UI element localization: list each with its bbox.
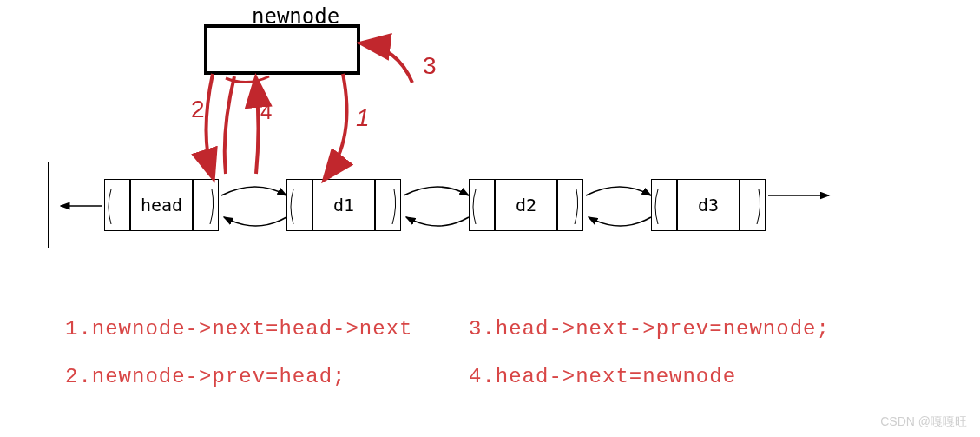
node-head: head [104,179,219,231]
d2-data-cell: d2 [495,179,557,231]
annotation-1: 1 [356,104,370,132]
node-d3: d3 [651,179,766,231]
step-3-text: 3.head->next->prev=newnode; [469,317,830,341]
d2-next-cell [557,179,583,231]
head-prev-cell [104,179,130,231]
d3-data-cell: d3 [677,179,740,231]
step-4-text: 4.head->next=newnode [469,365,736,388]
step-1-text: 1.newnode->next=head->next [65,317,412,341]
node-d1: d1 [286,179,401,231]
newnode-box [204,24,360,75]
d3-prev-cell [651,179,677,231]
annotation-2: 2 [191,96,205,123]
watermark: CSDN @嘎嘎旺 [880,414,967,430]
node-d2: d2 [469,179,583,231]
d3-next-cell [740,179,766,231]
step-2-text: 2.newnode->prev=head; [65,365,345,388]
d1-data-cell: d1 [312,179,375,231]
head-data-cell: head [130,179,193,231]
d2-prev-cell [469,179,495,231]
annotation-4: 4 [260,100,272,124]
d1-prev-cell [286,179,312,231]
annotation-3: 3 [423,52,437,80]
head-next-cell [193,179,219,231]
d1-next-cell [375,179,401,231]
